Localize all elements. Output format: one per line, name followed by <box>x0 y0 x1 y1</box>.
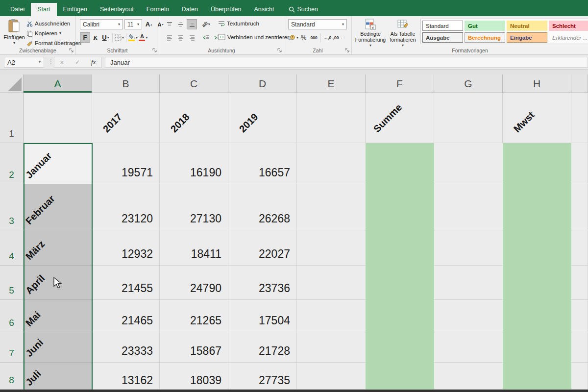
cell-A8[interactable]: Juli <box>24 363 92 390</box>
name-box[interactable]: A2 ▾ <box>4 57 44 68</box>
cell-I8[interactable] <box>571 363 588 390</box>
conditional-formatting-button[interactable]: ≠ Bedingte Formatierung ▾ <box>355 18 386 48</box>
row-header-2[interactable]: 2 <box>0 143 24 184</box>
tab-seitenlayout[interactable]: Seitenlayout <box>94 3 140 16</box>
align-center-button[interactable] <box>175 32 186 43</box>
grow-font-button[interactable]: A▴ <box>144 19 154 29</box>
copy-button[interactable]: Kopieren ▾ <box>26 29 81 37</box>
cell-A4[interactable]: März <box>24 230 92 266</box>
clipboard-dialog-launcher-icon[interactable] <box>69 48 74 53</box>
cell-D8[interactable]: 27735 <box>228 363 297 390</box>
column-header-H[interactable]: H <box>503 74 571 93</box>
insert-function-button[interactable]: fx <box>91 58 96 66</box>
cell-A2[interactable]: Januar <box>24 143 92 184</box>
column-header-G[interactable]: G <box>434 74 503 93</box>
font-family-combobox[interactable]: Calibri ▾ <box>80 19 123 29</box>
style-standard[interactable]: Standard <box>422 21 463 31</box>
formula-bar-grip[interactable]: ⋮ <box>48 58 54 65</box>
cell-D7[interactable]: 21728 <box>228 332 297 363</box>
number-dialog-launcher-icon[interactable] <box>345 48 350 53</box>
style-berechnung[interactable]: Berechnung <box>465 32 505 43</box>
cell-G2[interactable] <box>434 143 503 184</box>
font-dialog-launcher-icon[interactable] <box>152 48 157 53</box>
cell-I7[interactable] <box>571 332 588 363</box>
cell-H5[interactable] <box>503 266 571 300</box>
align-left-button[interactable] <box>164 32 174 43</box>
cell-G5[interactable] <box>434 266 503 300</box>
bold-button[interactable]: F <box>80 32 90 43</box>
decrease-decimal-button[interactable]: ,00→ <box>333 32 343 43</box>
tab-datei[interactable]: Datei <box>4 3 31 16</box>
cell-H1[interactable]: Mwst <box>503 93 571 143</box>
cell-C2[interactable]: 16190 <box>160 143 228 184</box>
style-gut[interactable]: Gut <box>465 21 505 31</box>
cell-G1[interactable] <box>434 93 503 143</box>
underline-button[interactable]: U▾ <box>100 32 111 43</box>
decrease-indent-button[interactable] <box>201 32 211 43</box>
style-neutral[interactable]: Neutral <box>507 21 547 31</box>
cell-C7[interactable]: 15867 <box>160 332 228 363</box>
tab-start[interactable]: Start <box>31 3 56 16</box>
cell-A5[interactable]: April <box>24 266 92 300</box>
row-header-5[interactable]: 5 <box>0 266 24 300</box>
cell-C5[interactable]: 24790 <box>160 266 228 300</box>
cell-G8[interactable] <box>434 363 503 390</box>
cell-G3[interactable] <box>434 184 503 230</box>
cell-F5[interactable] <box>366 266 434 300</box>
tab-ansicht[interactable]: Ansicht <box>248 3 281 16</box>
cell-G6[interactable] <box>434 300 503 332</box>
column-header-A[interactable]: A <box>24 74 92 93</box>
cell-I6[interactable] <box>571 300 588 332</box>
tab-ueberpruefen[interactable]: Überprüfen <box>204 3 248 16</box>
percent-button[interactable]: % <box>298 32 309 43</box>
cell-I2[interactable] <box>571 143 588 184</box>
column-header-F[interactable]: F <box>366 74 434 93</box>
font-color-button[interactable]: A ▾ <box>138 32 148 43</box>
align-right-button[interactable] <box>187 32 197 43</box>
cell-F6[interactable] <box>366 300 434 332</box>
cell-G4[interactable] <box>434 230 503 266</box>
cell-B1[interactable]: 2017 <box>92 93 160 143</box>
cell-E1[interactable] <box>297 93 366 143</box>
cell-B8[interactable]: 13162 <box>92 363 160 390</box>
column-header-E[interactable]: E <box>297 74 366 93</box>
select-all-button[interactable] <box>0 74 24 93</box>
style-erklaerender[interactable]: Erklärender ... <box>549 32 588 43</box>
row-header-7[interactable]: 7 <box>0 332 24 363</box>
cancel-button[interactable]: × <box>60 59 64 66</box>
cell-E5[interactable] <box>297 266 366 300</box>
format-painter-button[interactable]: Format übertragen <box>26 39 81 47</box>
cell-I5[interactable] <box>571 266 588 300</box>
cell-F1[interactable]: Summe <box>366 93 434 143</box>
cell-E4[interactable] <box>297 230 366 266</box>
cell-A3[interactable]: Februar <box>24 184 92 230</box>
cell-C4[interactable]: 18411 <box>160 230 228 266</box>
cell-D2[interactable]: 16657 <box>228 143 297 184</box>
cell-H6[interactable] <box>503 300 571 332</box>
fill-color-button[interactable]: ▾ <box>128 32 138 43</box>
cell-C8[interactable]: 18039 <box>160 363 228 390</box>
cell-F8[interactable] <box>366 363 434 390</box>
cell-H7[interactable] <box>503 332 571 363</box>
increase-decimal-button[interactable]: ←,0 <box>322 32 333 43</box>
orientation-button[interactable]: ab▾ <box>201 19 211 29</box>
cell-F3[interactable] <box>366 184 434 230</box>
row-header-4[interactable]: 4 <box>0 230 24 266</box>
borders-button[interactable]: ▾ <box>114 32 124 43</box>
cell-B7[interactable]: 23333 <box>92 332 160 363</box>
row-header-1[interactable]: 1 <box>0 93 24 143</box>
cell-C1[interactable]: 2018 <box>160 93 228 143</box>
cell-H2[interactable] <box>503 143 571 184</box>
cell-H8[interactable] <box>503 363 571 390</box>
cell-H4[interactable] <box>503 230 571 266</box>
cell-A1[interactable] <box>24 93 92 143</box>
column-header-partial[interactable] <box>571 74 588 93</box>
cell-D1[interactable]: 2019 <box>228 93 297 143</box>
cell-D6[interactable]: 17504 <box>228 300 297 332</box>
align-middle-button[interactable] <box>175 19 186 29</box>
style-eingabe[interactable]: Eingabe <box>507 32 547 43</box>
cell-D4[interactable]: 22027 <box>228 230 297 266</box>
paste-button[interactable]: Einfügen ▾ <box>3 19 25 51</box>
cell-A7[interactable]: Juni <box>24 332 92 363</box>
column-header-D[interactable]: D <box>228 74 297 93</box>
